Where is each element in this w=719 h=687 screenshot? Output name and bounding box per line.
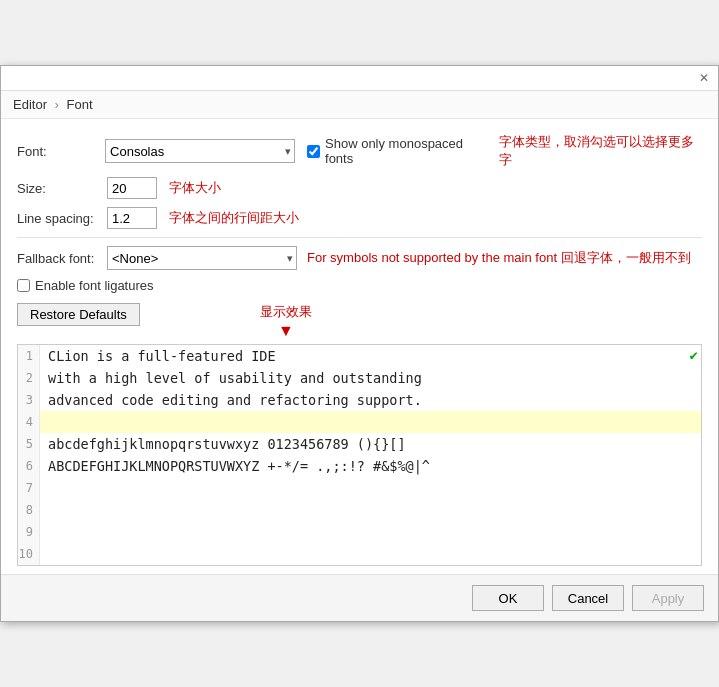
dialog-footer: OK Cancel Apply bbox=[1, 574, 718, 621]
preview-line: 9 bbox=[18, 521, 701, 543]
preview-line: 4 bbox=[18, 411, 701, 433]
breadcrumb: Editor › Font bbox=[1, 91, 718, 119]
size-row: Size: 字体大小 bbox=[17, 177, 702, 199]
line-content bbox=[40, 411, 701, 433]
line-number: 9 bbox=[18, 521, 40, 543]
line-number: 2 bbox=[18, 367, 40, 389]
preview-line: 5abcdefghijklmnopqrstuvwxyz 0123456789 (… bbox=[18, 433, 701, 455]
breadcrumb-current: Font bbox=[67, 97, 93, 112]
line-spacing-row: Line spacing: 字体之间的行间距大小 bbox=[17, 207, 702, 229]
ligature-label: Enable font ligatures bbox=[35, 278, 154, 293]
monospace-note: 字体类型，取消勾选可以选择更多字 bbox=[499, 133, 702, 169]
line-number: 8 bbox=[18, 499, 40, 521]
line-content bbox=[40, 477, 701, 499]
line-content bbox=[40, 499, 701, 521]
line-spacing-label: Line spacing: bbox=[17, 211, 107, 226]
font-select[interactable]: Consolas bbox=[105, 139, 295, 163]
fallback-note: For symbols not supported by the main fo… bbox=[307, 249, 691, 267]
fallback-font-row: Fallback font: <None> For symbols not su… bbox=[17, 246, 702, 270]
line-content: with a high level of usability and outst… bbox=[40, 367, 701, 389]
breadcrumb-separator: › bbox=[55, 97, 59, 112]
monospace-checkbox-row: Show only monospaced fonts 字体类型，取消勾选可以选择… bbox=[307, 133, 702, 169]
preview-line: 8 bbox=[18, 499, 701, 521]
font-label: Font: bbox=[17, 144, 105, 159]
line-number: 3 bbox=[18, 389, 40, 411]
line-content bbox=[40, 521, 701, 543]
line-number: 5 bbox=[18, 433, 40, 455]
size-label: Size: bbox=[17, 181, 107, 196]
fallback-font-select[interactable]: <None> bbox=[107, 246, 297, 270]
preview-line: 2with a high level of usability and outs… bbox=[18, 367, 701, 389]
size-note: 字体大小 bbox=[169, 179, 221, 197]
preview-line: 7 bbox=[18, 477, 701, 499]
monospace-checkbox[interactable] bbox=[307, 145, 320, 158]
ligature-row: Enable font ligatures bbox=[17, 278, 702, 293]
line-content: ABCDEFGHIJKLMNOPQRSTUVWXYZ +-*/= .,;:!? … bbox=[40, 455, 701, 477]
line-spacing-input[interactable] bbox=[107, 207, 157, 229]
ligature-checkbox[interactable] bbox=[17, 279, 30, 292]
size-input[interactable] bbox=[107, 177, 157, 199]
line-number: 1 bbox=[18, 345, 40, 367]
settings-content: Font: Consolas Show only monospaced font… bbox=[1, 119, 718, 574]
line-content: advanced code editing and refactoring su… bbox=[40, 389, 701, 411]
line-content: CLion is a full-featured IDE bbox=[40, 345, 701, 367]
separator-1 bbox=[17, 237, 702, 238]
line-number: 7 bbox=[18, 477, 40, 499]
annotation-arrow: ▼ bbox=[278, 322, 294, 340]
restore-defaults-button[interactable]: Restore Defaults bbox=[17, 303, 140, 326]
line-number: 10 bbox=[18, 543, 40, 565]
line-content: abcdefghijklmnopqrstuvwxyz 0123456789 ()… bbox=[40, 433, 701, 455]
font-row: Font: Consolas Show only monospaced font… bbox=[17, 133, 702, 169]
line-content bbox=[40, 543, 701, 565]
fallback-select-wrapper: <None> bbox=[107, 246, 297, 270]
cancel-button[interactable]: Cancel bbox=[552, 585, 624, 611]
line-number: 6 bbox=[18, 455, 40, 477]
line-spacing-note: 字体之间的行间距大小 bbox=[169, 209, 299, 227]
font-select-wrapper: Consolas bbox=[105, 139, 295, 163]
monospace-label: Show only monospaced fonts bbox=[325, 136, 491, 166]
fallback-font-label: Fallback font: bbox=[17, 251, 107, 266]
preview-area: 1CLion is a full-featured IDE2with a hig… bbox=[17, 344, 702, 566]
font-settings-dialog: ✕ Editor › Font Font: Consolas Show only… bbox=[0, 65, 719, 622]
preview-line: 1CLion is a full-featured IDE bbox=[18, 345, 701, 367]
annotation-label: 显示效果 bbox=[260, 303, 312, 321]
close-button[interactable]: ✕ bbox=[696, 70, 712, 86]
line-number: 4 bbox=[18, 411, 40, 433]
preview-line: 3advanced code editing and refactoring s… bbox=[18, 389, 701, 411]
preview-line: 6ABCDEFGHIJKLMNOPQRSTUVWXYZ +-*/= .,;:!?… bbox=[18, 455, 701, 477]
tick-icon: ✔ bbox=[690, 347, 698, 363]
breadcrumb-parent: Editor bbox=[13, 97, 47, 112]
title-bar: ✕ bbox=[1, 66, 718, 91]
preview-line: 10 bbox=[18, 543, 701, 565]
apply-button[interactable]: Apply bbox=[632, 585, 704, 611]
ok-button[interactable]: OK bbox=[472, 585, 544, 611]
